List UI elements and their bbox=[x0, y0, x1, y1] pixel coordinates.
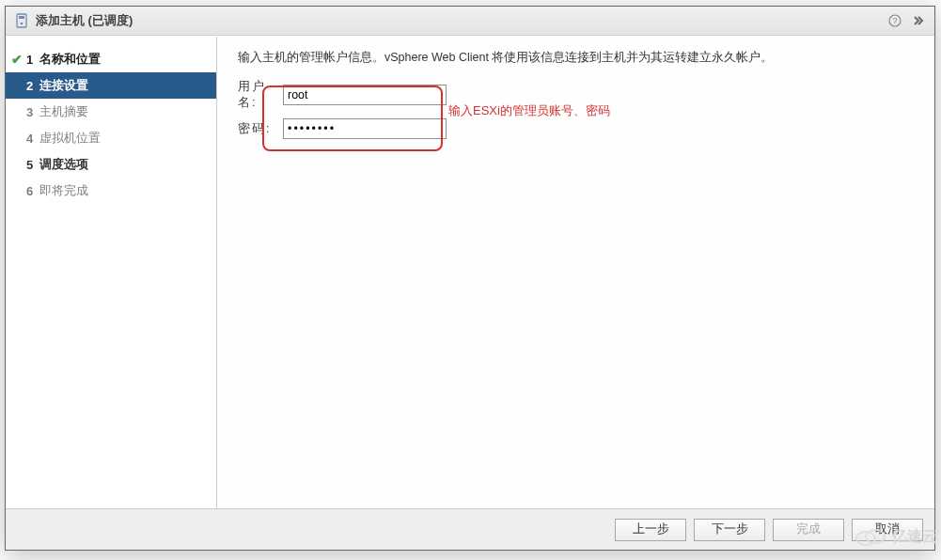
svg-rect-1 bbox=[19, 16, 24, 19]
finish-button: 完成 bbox=[773, 519, 844, 541]
next-button[interactable]: 下一步 bbox=[694, 519, 765, 541]
password-row: 密码: bbox=[238, 118, 914, 139]
step-vm-location[interactable]: 4 虚拟机位置 bbox=[6, 125, 216, 151]
help-icon[interactable]: ? bbox=[886, 11, 904, 30]
host-icon bbox=[13, 12, 30, 29]
check-icon: ✔ bbox=[11, 53, 23, 66]
wizard-content: 输入主机的管理帐户信息。vSphere Web Client 将使用该信息连接到… bbox=[217, 37, 934, 508]
wizard-footer: 上一步 下一步 完成 取消 bbox=[6, 508, 934, 550]
intro-text: 输入主机的管理帐户信息。vSphere Web Client 将使用该信息连接到… bbox=[238, 50, 914, 66]
cancel-button[interactable]: 取消 bbox=[852, 519, 923, 541]
add-host-dialog: 添加主机 (已调度) ? ✔ 1 bbox=[5, 6, 935, 551]
expand-icon[interactable] bbox=[908, 11, 927, 30]
username-label: 用户名: bbox=[238, 79, 283, 111]
step-schedule-options[interactable]: 5 调度选项 bbox=[6, 151, 216, 178]
password-label: 密码: bbox=[238, 121, 283, 137]
wizard-steps: ✔ 1 名称和位置 2 连接设置 3 主机摘要 4 虚拟机位置 5 bbox=[6, 37, 217, 508]
dialog-body: ✔ 1 名称和位置 2 连接设置 3 主机摘要 4 虚拟机位置 5 bbox=[6, 36, 934, 508]
username-input[interactable] bbox=[283, 85, 447, 105]
step-connection-settings[interactable]: 2 连接设置 bbox=[6, 72, 216, 99]
annotation-text: 输入ESXi的管理员账号、密码 bbox=[448, 102, 610, 119]
svg-text:?: ? bbox=[892, 16, 897, 25]
back-button[interactable]: 上一步 bbox=[615, 519, 686, 541]
step-host-summary[interactable]: 3 主机摘要 bbox=[6, 99, 216, 125]
step-ready-complete[interactable]: 6 即将完成 bbox=[6, 178, 216, 204]
titlebar: 添加主机 (已调度) ? bbox=[6, 7, 934, 36]
svg-point-2 bbox=[21, 23, 24, 25]
dialog-title: 添加主机 (已调度) bbox=[36, 12, 133, 29]
password-input[interactable] bbox=[283, 118, 447, 139]
step-name-and-location[interactable]: ✔ 1 名称和位置 bbox=[6, 46, 216, 72]
